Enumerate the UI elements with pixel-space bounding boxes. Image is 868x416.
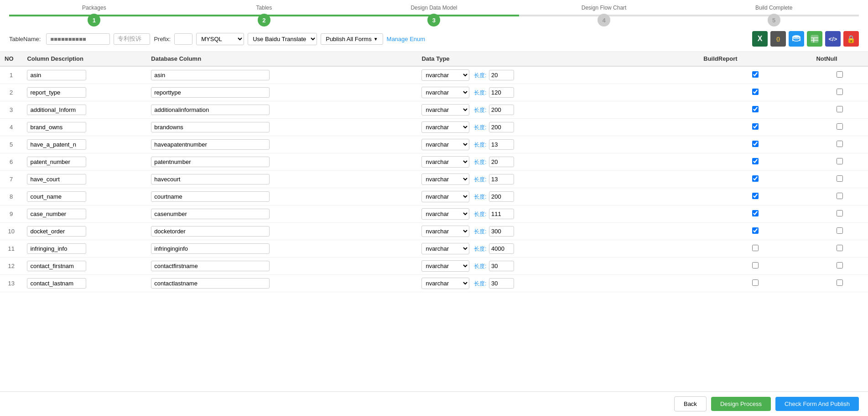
build-checkbox-1[interactable] — [752, 71, 759, 78]
db-input-8[interactable] — [151, 191, 270, 202]
desc-input-12[interactable] — [27, 261, 86, 271]
row-type-10[interactable]: nvarchar int datetime text 长度: — [417, 223, 699, 240]
step-5[interactable]: Build Complete 5 — [689, 5, 859, 26]
build-checkbox-7[interactable] — [752, 175, 759, 182]
db-input-4[interactable] — [151, 122, 270, 132]
row-build-6[interactable] — [699, 153, 811, 171]
desc-input-3[interactable] — [27, 105, 86, 115]
notnull-checkbox-1[interactable] — [837, 71, 843, 78]
notnull-checkbox-6[interactable] — [837, 158, 843, 164]
type-select-1[interactable]: nvarchar int datetime text — [421, 69, 469, 81]
desc-input-1[interactable] — [27, 70, 86, 80]
row-desc-11[interactable] — [22, 240, 146, 258]
build-checkbox-6[interactable] — [752, 158, 759, 164]
row-build-4[interactable] — [699, 119, 811, 136]
translate-select[interactable]: Use Baidu Translate No Translate — [248, 33, 317, 45]
prefix-input[interactable] — [174, 33, 192, 45]
check-form-publish-button[interactable]: Check Form And Publish — [775, 397, 859, 411]
build-checkbox-2[interactable] — [752, 89, 759, 95]
row-db-6[interactable] — [146, 153, 417, 171]
row-notnull-13[interactable] — [811, 275, 868, 292]
row-notnull-2[interactable] — [811, 84, 868, 101]
type-select-4[interactable]: nvarchar int datetime text — [421, 121, 469, 133]
manage-enum-link[interactable]: Manage Enum — [387, 36, 426, 42]
notnull-checkbox-12[interactable] — [837, 262, 843, 269]
row-notnull-6[interactable] — [811, 153, 868, 171]
build-checkbox-5[interactable] — [752, 141, 759, 147]
row-db-1[interactable] — [146, 66, 417, 84]
row-db-4[interactable] — [146, 119, 417, 136]
notnull-checkbox-8[interactable] — [837, 193, 843, 199]
desc-input-10[interactable] — [27, 226, 86, 237]
publish-all-forms-button[interactable]: Publish All Forms — [321, 33, 383, 45]
desc-input-11[interactable] — [27, 243, 86, 254]
row-desc-7[interactable] — [22, 171, 146, 188]
row-notnull-11[interactable] — [811, 240, 868, 258]
row-type-7[interactable]: nvarchar int datetime text 长度: — [417, 171, 699, 188]
type-select-12[interactable]: nvarchar int datetime text — [421, 260, 469, 272]
type-select-10[interactable]: nvarchar int datetime text — [421, 226, 469, 237]
table-icon-button[interactable] — [807, 31, 822, 47]
type-select-8[interactable]: nvarchar int datetime text — [421, 191, 469, 202]
back-button[interactable]: Back — [674, 396, 707, 411]
desc-input-4[interactable] — [27, 122, 86, 132]
build-checkbox-8[interactable] — [752, 193, 759, 199]
notnull-checkbox-7[interactable] — [837, 175, 843, 182]
row-type-11[interactable]: nvarchar int datetime text 长度: — [417, 240, 699, 258]
row-notnull-1[interactable] — [811, 66, 868, 84]
row-type-8[interactable]: nvarchar int datetime text 长度: — [417, 188, 699, 205]
db-input-5[interactable] — [151, 139, 270, 150]
row-build-10[interactable] — [699, 223, 811, 240]
desc-input-2[interactable] — [27, 87, 86, 98]
type-select-11[interactable]: nvarchar int datetime text — [421, 243, 469, 254]
build-checkbox-11[interactable] — [752, 245, 759, 251]
build-checkbox-3[interactable] — [752, 106, 759, 112]
json-icon-button[interactable]: {} — [770, 31, 786, 47]
row-desc-6[interactable] — [22, 153, 146, 171]
row-desc-8[interactable] — [22, 188, 146, 205]
lock-icon-button[interactable]: 🔒 — [843, 31, 859, 47]
row-type-6[interactable]: nvarchar int datetime text 长度: — [417, 153, 699, 171]
step-4[interactable]: Design Flow Chart 4 — [519, 5, 689, 26]
row-type-9[interactable]: nvarchar int datetime text 长度: — [417, 205, 699, 223]
desc-input-13[interactable] — [27, 278, 86, 289]
excel-icon-button[interactable]: X — [752, 31, 768, 47]
length-input-9[interactable] — [489, 209, 514, 219]
step-1[interactable]: Packages 1 — [9, 5, 179, 26]
build-checkbox-12[interactable] — [752, 262, 759, 269]
row-db-8[interactable] — [146, 188, 417, 205]
notnull-checkbox-13[interactable] — [837, 279, 843, 286]
notnull-checkbox-9[interactable] — [837, 210, 843, 216]
code-icon-button[interactable]: </> — [825, 31, 841, 47]
db-type-select[interactable]: MYSQL Oracle PostgreSQL — [196, 33, 244, 45]
db-input-13[interactable] — [151, 278, 270, 289]
desc-input-6[interactable] — [27, 157, 86, 167]
notnull-checkbox-10[interactable] — [837, 227, 843, 234]
row-build-12[interactable] — [699, 258, 811, 275]
row-desc-1[interactable] — [22, 66, 146, 84]
length-input-11[interactable] — [489, 243, 514, 254]
desc-input-5[interactable] — [27, 139, 86, 150]
type-select-9[interactable]: nvarchar int datetime text — [421, 208, 469, 220]
row-type-3[interactable]: nvarchar int datetime text 长度: — [417, 101, 699, 119]
row-db-10[interactable] — [146, 223, 417, 240]
length-input-4[interactable] — [489, 122, 514, 132]
length-input-13[interactable] — [489, 278, 514, 289]
length-input-6[interactable] — [489, 157, 514, 167]
build-checkbox-10[interactable] — [752, 227, 759, 234]
row-notnull-8[interactable] — [811, 188, 868, 205]
row-notnull-9[interactable] — [811, 205, 868, 223]
build-checkbox-4[interactable] — [752, 123, 759, 130]
row-db-11[interactable] — [146, 240, 417, 258]
row-type-12[interactable]: nvarchar int datetime text 长度: — [417, 258, 699, 275]
row-build-7[interactable] — [699, 171, 811, 188]
row-notnull-5[interactable] — [811, 136, 868, 153]
db-input-1[interactable] — [151, 70, 270, 80]
db-input-3[interactable] — [151, 105, 270, 115]
row-desc-13[interactable] — [22, 275, 146, 292]
row-desc-3[interactable] — [22, 101, 146, 119]
row-db-13[interactable] — [146, 275, 417, 292]
db-input-12[interactable] — [151, 261, 270, 271]
row-build-9[interactable] — [699, 205, 811, 223]
row-desc-5[interactable] — [22, 136, 146, 153]
